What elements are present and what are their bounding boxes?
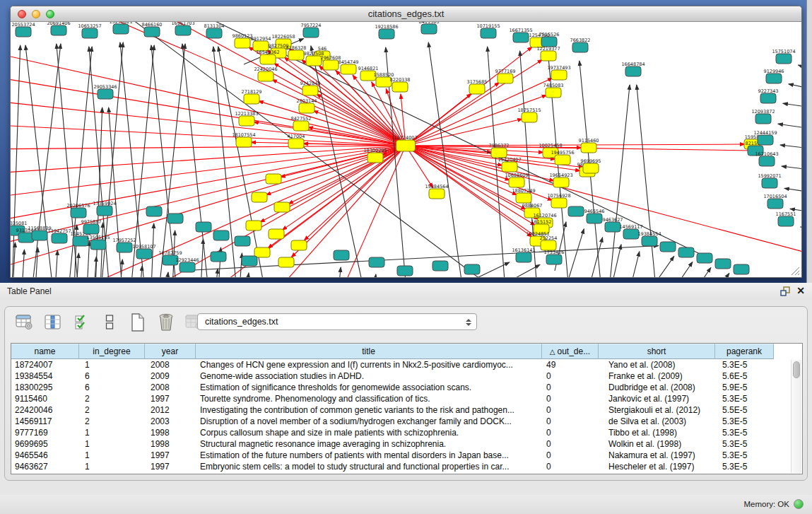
table-row[interactable]: 911546021997Tourette syndrome. Phenomeno… [11,393,791,404]
graph-node[interactable]: 15992071 [758,173,781,189]
graph-node[interactable]: 9777169 [495,69,516,84]
table-row[interactable]: 1872400712008Changes of HCN gene express… [11,359,791,370]
table-row[interactable]: 969969511998Structural magnetic resonanc… [11,438,791,450]
graph-node[interactable]: 1733426 [544,250,565,265]
graph-node[interactable]: 19737493 [547,65,570,81]
graph-node[interactable]: 20206576 [66,203,90,218]
graph-node[interactable]: 15720407 [498,157,521,173]
graph-node[interactable]: 7663822 [570,37,591,53]
graph-node[interactable]: 8454749 [339,59,359,75]
table-row[interactable]: 946554611997Estimation of the future num… [11,450,791,461]
table-row[interactable]: 2242004622012Investigating the contribut… [11,404,791,416]
graph-node[interactable]: 19218586 [375,24,398,40]
graph-node[interactable]: 15751074 [772,49,795,64]
graph-node[interactable]: 16136141 [512,247,535,263]
table-settings-icon[interactable] [15,313,34,332]
graph-node[interactable] [211,252,226,262]
network-canvas[interactable]: 1872400798601238912954182260589827509818… [11,22,801,277]
graph-node[interactable]: 417004 [288,134,305,149]
graph-node[interactable]: 8466160 [142,22,163,37]
citation-network-graph[interactable]: 1872400798601238912954182260589827509818… [11,22,801,277]
graph-node[interactable]: 10719155 [476,23,500,39]
graph-node[interactable] [235,236,250,246]
graph-node[interactable]: 16961703 [171,22,194,35]
graph-node[interactable]: 13505135 [86,235,110,250]
graph-node[interactable]: 8220338 [390,77,411,93]
graph-node[interactable]: 8427552 [291,116,312,132]
column-header-out_degree[interactable]: △out_de... [542,344,599,359]
table-panel-titlebar[interactable]: Table Panel ✕ [0,283,812,300]
graph-node[interactable] [697,253,712,263]
graph-node[interactable] [246,221,261,230]
graph-node[interactable]: 2718129 [242,89,262,105]
memory-status-indicator[interactable] [794,499,804,509]
graph-node[interactable]: 9242848 [300,81,321,96]
graph-node[interactable]: 252254 [540,235,558,251]
graph-node[interactable]: 13942757 [47,228,71,244]
graph-node[interactable]: 20691406 [47,22,70,35]
graph-node[interactable] [433,261,448,271]
graph-node[interactable]: 18757515 [517,107,541,123]
graph-node[interactable]: 16648784 [621,62,645,77]
graph-node[interactable]: 9860123 [233,33,253,49]
graph-node[interactable]: 18807249 [512,188,535,204]
graph-node[interactable]: 7485083 [543,83,564,98]
graph-node[interactable]: 2803144 [297,98,317,114]
column-header-pagerank[interactable]: pagerank [715,344,774,359]
table-scrollbar-thumb[interactable] [793,361,800,378]
graph-node[interactable] [252,192,267,202]
graph-node[interactable]: 17359924 [93,201,116,216]
graph-node[interactable] [568,206,584,216]
graph-node[interactable] [266,174,281,184]
graph-node[interactable] [213,230,229,240]
table-selector-dropdown[interactable]: citations_edges.txt [197,313,477,330]
graph-node[interactable] [464,264,480,274]
graph-node[interactable]: 8131304 [204,23,225,39]
table-row[interactable]: 977716911998Corpus callosum shape and si… [11,427,791,438]
graph-node[interactable]: 9115460 [579,138,599,153]
graph-node[interactable]: 9975887 [81,219,102,235]
table-scrollbar[interactable] [791,360,801,473]
graph-node[interactable]: 12219377 [536,46,560,62]
graph-node[interactable]: 10653257 [78,23,101,39]
graph-node[interactable]: 7957224 [301,23,322,38]
graph-node[interactable]: 16210643 [755,151,778,167]
graph-node[interactable] [369,257,384,267]
table-row[interactable]: 946362711997Embryonic stem cells: a mode… [11,461,791,472]
delete-column-icon[interactable] [156,313,175,332]
select-columns-icon[interactable] [71,313,90,332]
table-row[interactable]: 1938455462009Genome-wide association stu… [11,370,791,382]
graph-node[interactable]: 9227343 [758,88,779,104]
graph-node[interactable] [397,266,413,276]
column-header-short[interactable]: short [599,344,715,359]
graph-node[interactable] [269,229,284,239]
graph-node[interactable]: 15884564 [425,184,448,199]
column-header-year[interactable]: year [145,344,196,359]
graph-node[interactable]: 3175685 [467,79,488,95]
graph-node[interactable]: 8411305 [419,22,440,34]
new-document-icon[interactable] [128,313,147,332]
table-row[interactable]: 1830029562008Estimation of significance … [11,382,791,393]
graph-node[interactable] [734,264,749,274]
graph-node[interactable] [274,202,290,212]
window-resize-grip[interactable] [791,267,800,276]
graph-node[interactable] [660,242,676,252]
graph-node[interactable]: 9699695 [581,158,601,174]
graph-node[interactable] [715,259,731,269]
close-panel-icon[interactable]: ✕ [796,285,805,296]
graph-node[interactable]: 15276021 [109,22,132,34]
graph-node[interactable] [254,247,270,257]
graph-node[interactable]: 20553724 [11,22,35,37]
row-height-icon[interactable] [100,313,119,332]
graph-node[interactable]: 7515526 [539,32,560,47]
graph-node[interactable]: 18724007 [394,135,417,152]
graph-node[interactable] [167,214,183,223]
graph-node[interactable]: 9465546 [584,209,605,224]
column-header-in_degree[interactable]: in_degree [79,344,145,359]
graph-node[interactable]: 17016504 [763,194,787,209]
graph-node[interactable]: 12213383 [235,111,258,127]
graph-node[interactable] [242,256,257,266]
graph-node[interactable]: 19384554 [637,231,661,247]
graph-node[interactable] [334,250,349,260]
table-row[interactable]: 1456911722003Disruption of a novel membe… [11,416,791,427]
